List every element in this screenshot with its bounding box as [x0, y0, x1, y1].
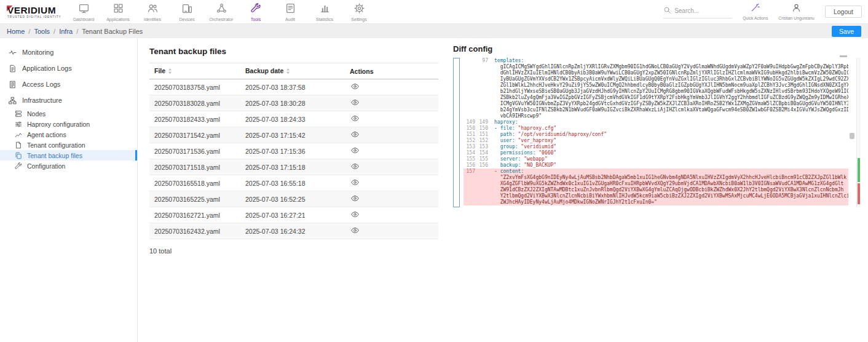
veridium-logo[interactable]: VERIDIUM TRUSTED DIGITAL IDENTITY: [6, 6, 63, 18]
diff-added-mark: [858, 158, 860, 182]
search-input[interactable]: [674, 7, 725, 14]
eye-icon[interactable]: [351, 226, 359, 234]
eye-icon[interactable]: [351, 114, 359, 122]
eye-icon[interactable]: [351, 82, 359, 90]
sidebar-item-access-logs[interactable]: Access Logs: [0, 76, 137, 92]
settings-icon: [354, 3, 365, 16]
file-cell: 20250703171536.yaml: [149, 143, 240, 159]
dashboard-icon: [79, 3, 89, 16]
main-panel: Tenant backup files FileBackup dateActio…: [138, 38, 448, 342]
nav-label: Applications: [106, 17, 130, 22]
eye-icon[interactable]: [351, 162, 359, 170]
nav-label: Dashboard: [73, 17, 94, 22]
content-area: MonitoringApplication LogsAccess LogsInf…: [0, 38, 868, 342]
search-box: [663, 6, 732, 18]
backup-date-cell: 2025-07-03 18:24:33: [240, 111, 345, 127]
diff-scrollbar-vertical[interactable]: [850, 133, 854, 139]
sidebar-item-haproxy-configuration[interactable]: Haproxy configuration: [0, 119, 137, 129]
file-cell: 20250703162432.yaml: [149, 223, 240, 239]
wand-icon: [751, 3, 760, 15]
backup-date-cell: 2025-07-03 16:52:25: [240, 191, 345, 207]
diff-removed-mark: [858, 183, 860, 204]
actions-cell: [345, 223, 438, 239]
backup-date-cell: 2025-07-03 17:15:18: [240, 159, 345, 175]
column-label: Actions: [350, 68, 374, 75]
diff-line: ICMgVGVuYW50IGNvbmZpZ3VyYXRpb24gdGVtcGxh…: [464, 101, 848, 107]
quick-actions-button[interactable]: Quick Actions: [743, 3, 768, 20]
nav-settings[interactable]: Settings: [342, 2, 376, 22]
diff-overview-ruler: [856, 58, 861, 207]
sidebar-item-tenant-backup-files[interactable]: Tenant backup files: [0, 150, 137, 161]
breadcrumb-item-tenant-backup-files: Tenant Backup Files: [82, 28, 143, 35]
agent-actions-icon: [15, 131, 22, 138]
breadcrumb-separator: /: [76, 28, 78, 35]
eye-icon[interactable]: [351, 194, 359, 202]
breadcrumb-item-infra[interactable]: Infra: [59, 28, 73, 35]
nav-statistics[interactable]: Statistics: [307, 2, 342, 22]
sidebar-item-application-logs[interactable]: Application Logs: [0, 60, 137, 76]
nav-devices[interactable]: Devices: [170, 2, 204, 22]
sidebar-item-monitoring[interactable]: Monitoring: [0, 44, 137, 60]
table-row: 20250703162432.yaml2025-07-03 16:24:32: [149, 223, 438, 239]
sidebar-item-infrastructure[interactable]: Infrastructure: [0, 92, 137, 108]
user-menu[interactable]: Cristian Ungureanu: [778, 3, 815, 20]
diff-scrollbar-horizontal[interactable]: [840, 55, 847, 57]
diff-line: 150150- file: "haproxy.cfg": [464, 125, 848, 132]
eye-icon[interactable]: [351, 98, 359, 106]
backup-date-cell: 2025-07-03 16:55:18: [240, 175, 345, 191]
nav-label: Devices: [180, 17, 195, 22]
breadcrumb-separator: /: [53, 28, 55, 35]
save-button[interactable]: Save: [832, 26, 861, 37]
actions-cell: [345, 127, 438, 143]
sort-icon: [286, 68, 290, 75]
eye-icon[interactable]: [351, 178, 359, 186]
eye-icon[interactable]: [351, 146, 359, 154]
sidebar-item-configuration[interactable]: Configuration: [0, 161, 137, 171]
table-row: 20250703182433.yaml2025-07-03 18:24:33: [149, 111, 438, 127]
diff-line: 155155 server: "webapp": [464, 156, 848, 162]
column-header-actions: Actions: [345, 63, 438, 79]
file-cell: 20250703183758.yaml: [149, 79, 240, 95]
user-icon: [792, 3, 801, 15]
table-row: 20250703165225.yaml2025-07-03 16:52:25: [149, 191, 438, 207]
diff-line: 153153 group: "veridiumid": [464, 144, 848, 150]
nav-audit[interactable]: Audit: [273, 2, 307, 22]
column-header-file[interactable]: File: [149, 63, 240, 79]
sidebar-item-tenant-configuration[interactable]: Tenant configuration: [0, 140, 137, 150]
logout-button[interactable]: Logout: [825, 6, 862, 18]
diff-title: Diff config: [453, 44, 861, 54]
actions-cell: [345, 207, 438, 223]
eye-icon[interactable]: [351, 210, 359, 218]
nav-dashboard[interactable]: Dashboard: [66, 2, 101, 22]
actions-cell: [345, 159, 438, 175]
breadcrumb-item-home[interactable]: Home: [7, 28, 25, 35]
diff-line: b21hdGljYWxseSBieSB0aGUgb3JjaGVzdHJhdG9y…: [464, 89, 848, 95]
quick-actions-label: Quick Actions: [743, 16, 768, 20]
nav-applications[interactable]: Applications: [101, 2, 135, 22]
sidebar-item-nodes[interactable]: Nodes: [0, 108, 137, 119]
eye-icon[interactable]: [351, 130, 359, 138]
diff-viewer: 97templates: gICAgICMgSWYgdGhlIGNlcnRpZm…: [453, 58, 861, 207]
sidebar-item-label: Haproxy configuration: [27, 121, 90, 128]
nav-tools[interactable]: Tools: [239, 2, 273, 22]
file-cell: 20250703171518.yaml: [149, 159, 240, 175]
sort-icon: [168, 68, 172, 75]
backup-date-cell: 2025-07-03 18:30:28: [240, 95, 345, 111]
column-header-backup-date[interactable]: Backup date: [240, 63, 345, 79]
diff-line: 151151 path: "/opt/veridiumid/haproxy/co…: [464, 132, 848, 138]
sidebar-item-agent-actions[interactable]: Agent actions: [0, 129, 137, 140]
file-cell: 20250703165225.yaml: [149, 191, 240, 207]
search-icon: [663, 6, 671, 17]
diff-left-pane: [453, 58, 460, 207]
nav-identities[interactable]: Identities: [135, 2, 170, 22]
tenant-backup-icon: [15, 152, 22, 159]
actions-cell: [345, 95, 438, 111]
file-cell: 20250703183028.yaml: [149, 95, 240, 111]
actions-cell: [345, 111, 438, 127]
application-logs-icon: [9, 65, 17, 73]
total-count: 10 total: [149, 247, 448, 255]
table-row: 20250703171518.yaml2025-07-03 17:15:18: [149, 159, 438, 175]
nav-orchestrator[interactable]: Orchestrator: [204, 2, 239, 22]
tenant-config-icon: [15, 141, 22, 149]
breadcrumb-item-tools[interactable]: Tools: [34, 28, 50, 35]
